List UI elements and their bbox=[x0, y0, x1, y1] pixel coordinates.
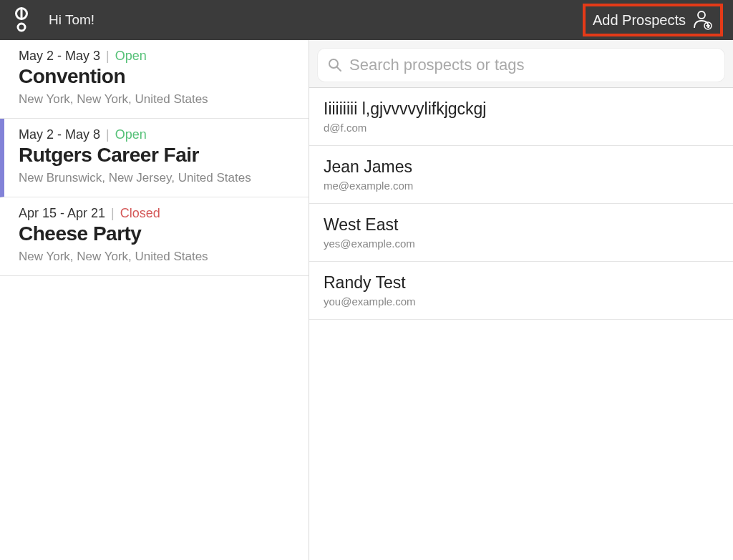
events-sidebar: May 2 - May 3|OpenConventionNew York, Ne… bbox=[0, 40, 309, 560]
main-panel: Iiiiiiiii l,gjvvvvylifkjgckgjd@f.comJean… bbox=[309, 40, 733, 560]
event-title: Cheese Party bbox=[19, 222, 296, 245]
prospect-email: me@example.com bbox=[324, 180, 719, 192]
greeting-text: Hi Tom! bbox=[49, 12, 94, 28]
prospect-name: West East bbox=[324, 215, 719, 235]
event-status: Open bbox=[115, 49, 147, 64]
prospect-name: Randy Test bbox=[324, 273, 719, 293]
prospect-email: d@f.com bbox=[324, 122, 719, 134]
prospect-name: Iiiiiiiii l,gjvvvvylifkjgckgj bbox=[324, 99, 719, 119]
search-icon bbox=[328, 58, 342, 72]
prospect-email: yes@example.com bbox=[324, 237, 719, 250]
event-header: May 2 - May 3|Open bbox=[19, 49, 296, 64]
separator: | bbox=[106, 127, 110, 142]
event-status: Open bbox=[115, 127, 147, 142]
event-title: Rutgers Career Fair bbox=[19, 144, 296, 167]
header-left: Hi Tom! bbox=[13, 7, 94, 33]
svg-point-7 bbox=[329, 59, 338, 68]
event-location: New Brunswick, New Jersey, United States bbox=[19, 171, 296, 185]
search-bar[interactable] bbox=[318, 49, 724, 82]
add-person-icon bbox=[691, 9, 713, 31]
event-location: New York, New York, United States bbox=[19, 92, 296, 107]
event-item[interactable]: Apr 15 - Apr 21|ClosedCheese PartyNew Yo… bbox=[0, 197, 309, 276]
svg-point-2 bbox=[18, 24, 25, 31]
prospect-list: Iiiiiiiii l,gjvvvvylifkjgckgjd@f.comJean… bbox=[309, 87, 733, 560]
event-item[interactable]: May 2 - May 8|OpenRutgers Career FairNew… bbox=[0, 119, 309, 197]
svg-point-3 bbox=[698, 11, 705, 19]
event-location: New York, New York, United States bbox=[19, 250, 296, 264]
event-item[interactable]: May 2 - May 3|OpenConventionNew York, Ne… bbox=[0, 40, 309, 119]
prospect-item[interactable]: Jean Jamesme@example.com bbox=[309, 146, 733, 204]
separator: | bbox=[106, 49, 110, 64]
prospect-item[interactable]: Randy Testyou@example.com bbox=[309, 262, 733, 320]
prospect-item[interactable]: West Eastyes@example.com bbox=[309, 204, 733, 262]
content-area: May 2 - May 3|OpenConventionNew York, Ne… bbox=[0, 40, 733, 560]
event-header: Apr 15 - Apr 21|Closed bbox=[19, 206, 296, 221]
event-dates: May 2 - May 3 bbox=[19, 49, 100, 64]
prospect-item[interactable]: Iiiiiiiii l,gjvvvvylifkjgckgjd@f.com bbox=[309, 88, 733, 146]
event-status: Closed bbox=[120, 206, 160, 221]
event-dates: May 2 - May 8 bbox=[19, 127, 100, 142]
prospect-name: Jean James bbox=[324, 157, 719, 177]
separator: | bbox=[111, 206, 115, 221]
add-prospects-label: Add Prospects bbox=[593, 12, 686, 29]
event-dates: Apr 15 - Apr 21 bbox=[19, 206, 105, 221]
event-header: May 2 - May 8|Open bbox=[19, 127, 296, 142]
logo-icon bbox=[13, 7, 30, 33]
search-container bbox=[309, 40, 733, 87]
event-title: Convention bbox=[19, 65, 296, 88]
search-input[interactable] bbox=[349, 56, 714, 74]
svg-line-8 bbox=[337, 67, 341, 71]
app-header: Hi Tom! Add Prospects bbox=[0, 0, 733, 40]
prospect-email: you@example.com bbox=[324, 295, 719, 308]
add-prospects-button[interactable]: Add Prospects bbox=[583, 4, 723, 36]
